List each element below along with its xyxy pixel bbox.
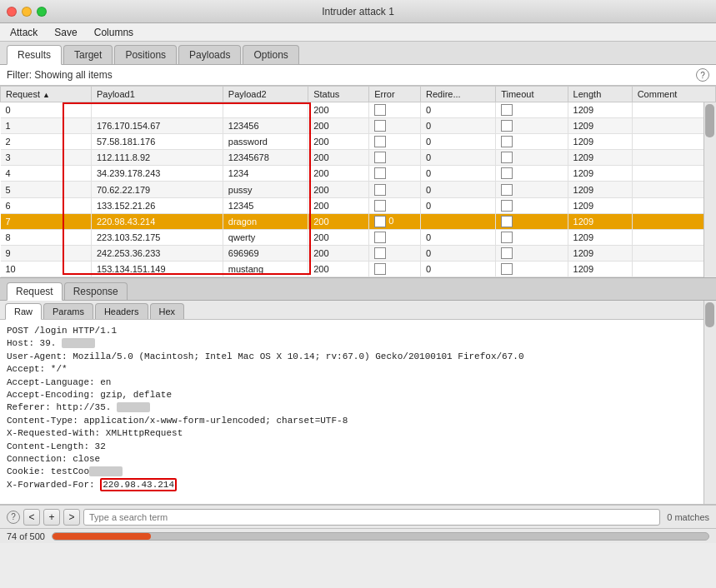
table-cell: 0	[1, 102, 92, 118]
error-checkbox[interactable]	[374, 184, 386, 196]
progress-fill	[53, 533, 151, 540]
help-icon[interactable]: ?	[7, 511, 20, 524]
request-scroll-thumb[interactable]	[705, 302, 714, 327]
table-cell: 1209	[568, 182, 632, 197]
error-checkbox[interactable]	[374, 152, 386, 163]
filter-help-icon[interactable]: ?	[696, 68, 709, 82]
timeout-checkbox[interactable]	[501, 247, 513, 259]
col-header-comment[interactable]: Comment	[632, 87, 715, 102]
tab-results[interactable]: Results	[7, 45, 62, 65]
results-table-container: Request ▲ Payload1 Payload2 Status Error…	[0, 86, 716, 277]
timeout-checkbox[interactable]	[501, 200, 513, 212]
error-checkbox[interactable]	[374, 200, 386, 212]
request-line-lang: Accept-Language: en	[7, 376, 709, 389]
table-cell: 0	[421, 182, 496, 197]
table-row[interactable]: 020001209	[1, 102, 716, 118]
table-cell: 200	[308, 102, 369, 118]
table-cell: dragon	[223, 213, 308, 229]
col-header-redirect[interactable]: Redire...	[421, 87, 496, 102]
error-checkbox[interactable]	[374, 104, 386, 116]
tab-positions[interactable]: Positions	[114, 45, 177, 64]
timeout-checkbox[interactable]	[501, 104, 513, 116]
error-checkbox[interactable]	[374, 136, 386, 147]
table-cell: 200	[308, 118, 369, 134]
table-cell	[421, 213, 496, 229]
error-checkbox[interactable]	[374, 247, 386, 259]
table-cell: 3	[1, 150, 92, 166]
table-row[interactable]: 6133.152.21.261234520001209	[1, 197, 716, 213]
table-scrollbar[interactable]	[703, 102, 716, 277]
table-row[interactable]: 434.239.178.243123420001209	[1, 166, 716, 182]
col-header-request[interactable]: Request ▲	[1, 87, 92, 102]
table-cell: 0	[421, 245, 496, 261]
minimize-button[interactable]	[22, 7, 32, 17]
table-cell: 12345	[223, 197, 308, 213]
inner-tab-headers[interactable]: Headers	[95, 303, 148, 319]
col-header-status[interactable]: Status	[308, 87, 369, 102]
inner-tab-raw[interactable]: Raw	[5, 303, 42, 320]
request-line-xhr: X-Requested-With: XMLHttpRequest	[7, 427, 709, 440]
table-row[interactable]: 8223.103.52.175qwerty20001209	[1, 229, 716, 245]
timeout-checkbox[interactable]	[501, 120, 513, 132]
tab-payloads[interactable]: Payloads	[178, 45, 241, 64]
table-cell: 1209	[568, 261, 632, 277]
col-header-payload2[interactable]: Payload2	[223, 87, 308, 102]
table-cell: 5	[1, 182, 92, 197]
table-cell: 200	[308, 166, 369, 182]
menu-columns[interactable]: Columns	[91, 25, 137, 40]
table-row[interactable]: 7220.98.43.214dragon200 01209	[1, 213, 716, 229]
table-scroll-thumb[interactable]	[705, 104, 714, 137]
results-table: Request ▲ Payload1 Payload2 Status Error…	[0, 86, 716, 277]
error-checkbox[interactable]	[374, 216, 386, 227]
timeout-checkbox[interactable]	[501, 184, 513, 196]
table-row[interactable]: 1176.170.154.6712345620001209	[1, 118, 716, 134]
table-cell: 123456	[223, 118, 308, 134]
table-row[interactable]: 257.58.181.176password20001209	[1, 134, 716, 150]
table-cell: 153.134.151.149	[91, 261, 223, 277]
timeout-checkbox[interactable]	[501, 216, 513, 227]
error-checkbox[interactable]	[374, 120, 386, 132]
timeout-checkbox[interactable]	[501, 263, 513, 275]
table-row[interactable]: 9242.253.36.23369696920001209	[1, 245, 716, 261]
add-button[interactable]: +	[43, 509, 60, 526]
col-header-payload1[interactable]: Payload1	[91, 87, 223, 102]
request-line-content-type: Content-Type: application/x-www-form-url…	[7, 415, 709, 427]
tab-response[interactable]: Response	[64, 282, 128, 300]
request-panel: Raw Params Headers Hex POST /login HTTP/…	[0, 301, 716, 505]
table-cell: 1209	[568, 102, 632, 118]
tab-target[interactable]: Target	[63, 45, 113, 64]
prev-button[interactable]: <	[23, 509, 40, 526]
menu-save[interactable]: Save	[51, 25, 80, 40]
request-scrollbar[interactable]	[703, 301, 716, 504]
menu-attack[interactable]: Attack	[7, 25, 41, 40]
next-button[interactable]: >	[63, 509, 80, 526]
request-body: username=CoolCat&password=dragon	[7, 498, 709, 499]
timeout-checkbox[interactable]	[501, 136, 513, 147]
table-row[interactable]: 10153.134.151.149mustang20001209	[1, 261, 716, 277]
window-title: Intruder attack 1	[322, 6, 394, 17]
inner-tab-hex[interactable]: Hex	[150, 303, 185, 319]
timeout-checkbox[interactable]	[501, 152, 513, 163]
table-row[interactable]: 3112.111.8.921234567820001209	[1, 150, 716, 166]
table-cell: 4	[1, 166, 92, 182]
error-checkbox[interactable]	[374, 232, 386, 243]
table-cell: qwerty	[223, 229, 308, 245]
tab-request[interactable]: Request	[7, 282, 63, 301]
search-input[interactable]	[83, 509, 660, 526]
table-cell: 2	[1, 134, 92, 150]
bottom-controls: ? < + > 0 matches	[0, 505, 716, 528]
timeout-checkbox[interactable]	[501, 167, 513, 179]
col-header-error[interactable]: Error	[369, 87, 421, 102]
tab-options[interactable]: Options	[243, 45, 298, 64]
error-checkbox[interactable]	[374, 167, 386, 179]
col-header-length[interactable]: Length	[568, 87, 632, 102]
error-checkbox[interactable]	[374, 263, 386, 275]
col-header-timeout[interactable]: Timeout	[496, 87, 568, 102]
menu-bar: Attack Save Columns	[0, 23, 716, 42]
timeout-checkbox[interactable]	[501, 232, 513, 243]
inner-tab-params[interactable]: Params	[43, 303, 93, 319]
table-row[interactable]: 570.62.22.179pussy20001209	[1, 182, 716, 197]
zoom-button[interactable]	[37, 7, 47, 17]
request-line-2: Host: 39. ■■■■■■	[7, 337, 709, 350]
close-button[interactable]	[7, 7, 17, 17]
